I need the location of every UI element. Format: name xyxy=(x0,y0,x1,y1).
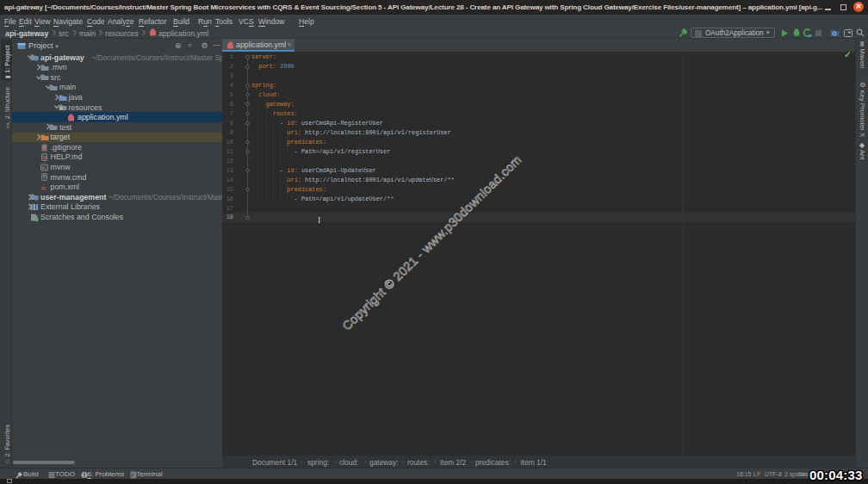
svg-text:M: M xyxy=(42,155,46,160)
svg-text:m: m xyxy=(40,183,46,191)
svg-text:>_: >_ xyxy=(41,165,47,171)
